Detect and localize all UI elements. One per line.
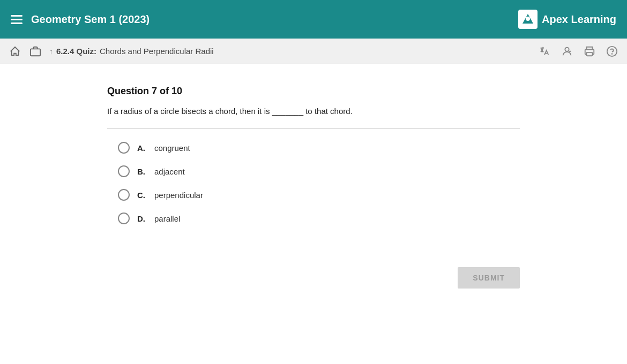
breadcrumb-arrow: ↑ [49,47,53,56]
sub-nav-bar: ↑ 6.2.4 Quiz: Chords and Perpendicular R… [0,39,627,64]
breadcrumb: ↑ 6.2.4 Quiz: Chords and Perpendicular R… [49,47,214,56]
sub-bar-right [538,45,618,58]
submit-area: SUBMIT [0,246,627,289]
option-c[interactable]: C. perpendicular [118,189,520,201]
option-b-text: adjacent [154,167,185,176]
option-b-letter: B. [137,167,147,176]
option-a[interactable]: A. congruent [118,142,520,154]
radio-b[interactable] [118,165,130,177]
divider [107,128,520,129]
option-d-letter: D. [137,214,147,223]
svg-point-0 [526,17,530,21]
hamburger-menu-icon[interactable] [11,15,23,24]
print-icon[interactable] [583,45,596,58]
briefcase-icon[interactable] [29,45,42,58]
radio-a[interactable] [118,142,130,154]
radio-d[interactable] [118,213,130,224]
course-title: Geometry Sem 1 (2023) [31,13,150,26]
question-header: Question 7 of 10 [107,86,520,97]
radio-c[interactable] [118,189,130,201]
svg-rect-3 [587,52,593,55]
option-b[interactable]: B. adjacent [118,165,520,177]
top-nav-bar: Geometry Sem 1 (2023) Apex Learning [0,0,627,39]
help-icon[interactable] [606,45,618,58]
breadcrumb-label: Chords and Perpendicular Radii [100,47,214,56]
svg-point-2 [565,47,569,51]
question-text: If a radius of a circle bisects a chord,… [107,107,520,116]
apex-learning-logo: Apex Learning [518,10,616,29]
option-a-text: congruent [154,143,190,153]
sub-bar-left: ↑ 6.2.4 Quiz: Chords and Perpendicular R… [9,45,214,58]
home-icon[interactable] [9,45,21,58]
main-content: Question 7 of 10 If a radius of a circle… [0,64,627,246]
svg-point-5 [612,54,613,54]
option-d-text: parallel [154,214,180,223]
translate-icon[interactable] [538,45,551,58]
option-a-letter: A. [137,143,147,153]
option-c-letter: C. [137,191,147,200]
option-d[interactable]: D. parallel [118,213,520,224]
top-bar-left: Geometry Sem 1 (2023) [11,13,150,26]
apex-logo-icon [518,10,538,29]
profile-icon[interactable] [561,45,573,58]
svg-rect-1 [31,49,40,56]
brand-name: Apex Learning [542,13,616,26]
options-list: A. congruent B. adjacent C. perpendicula… [107,142,520,224]
breadcrumb-bold: 6.2.4 Quiz: [56,47,96,56]
submit-button[interactable]: SUBMIT [458,267,520,289]
option-c-text: perpendicular [154,191,203,200]
